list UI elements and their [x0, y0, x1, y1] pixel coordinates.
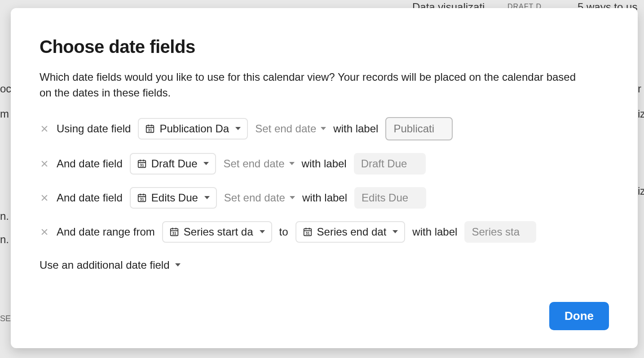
chevron-down-icon	[204, 196, 210, 199]
with-label-text: with label	[333, 122, 378, 135]
field-rows: Using date field 31 Publication Da Set e…	[40, 117, 609, 243]
bg-right-1: r	[638, 83, 644, 95]
field-row: And date field 31 Draft Due Set end date…	[40, 153, 609, 175]
label-input[interactable]	[464, 221, 536, 243]
svg-text:31: 31	[172, 231, 176, 235]
range-end-select[interactable]: 31 Series end dat	[296, 221, 406, 243]
modal-title: Choose date fields	[40, 37, 609, 57]
set-end-date-button[interactable]: Set end date	[223, 157, 294, 170]
calendar-icon: 31	[137, 193, 147, 203]
bg-left-3: n.	[0, 210, 11, 223]
svg-text:31: 31	[140, 197, 144, 201]
chevron-down-icon	[393, 230, 398, 233]
row-prefix: And date field	[57, 192, 123, 204]
svg-text:31: 31	[305, 231, 310, 235]
field-row: Using date field 31 Publication Da Set e…	[40, 117, 609, 140]
bg-left-4: n.	[0, 233, 11, 246]
svg-text:31: 31	[148, 128, 153, 132]
range-start-select[interactable]: 31 Series start da	[162, 221, 272, 243]
chevron-down-icon	[289, 162, 295, 165]
row-prefix: And date field	[57, 157, 123, 170]
calendar-icon: 31	[303, 227, 313, 237]
date-field-select[interactable]: 31 Draft Due	[130, 153, 216, 175]
range-row: And date range from 31 Series start da t…	[40, 221, 609, 243]
with-label-text: with label	[302, 192, 347, 204]
label-input[interactable]	[354, 187, 426, 209]
set-end-date-button[interactable]: Set end date	[224, 192, 295, 204]
row-prefix: And date range from	[57, 226, 155, 238]
remove-row-button[interactable]	[40, 193, 49, 203]
field-row: And date field 31 Edits Due Set end date…	[40, 187, 609, 209]
modal-description: Which date fields would you like to use …	[40, 70, 578, 101]
selected-field-label: Edits Due	[151, 192, 198, 204]
chevron-down-icon	[321, 127, 326, 130]
close-icon	[40, 194, 49, 202]
chevron-down-icon	[203, 162, 209, 165]
with-label-text: with label	[412, 226, 457, 238]
done-button[interactable]: Done	[549, 302, 609, 330]
label-input[interactable]	[354, 153, 426, 175]
date-fields-modal: Choose date fields Which date fields wou…	[11, 8, 638, 348]
remove-row-button[interactable]	[40, 159, 49, 169]
selected-field-label: Draft Due	[151, 157, 198, 170]
bg-left-1: oc	[0, 83, 11, 95]
bg-right-3: iz	[638, 185, 644, 197]
modal-footer: Done	[40, 302, 609, 330]
date-field-select[interactable]: 31 Publication Da	[138, 118, 248, 140]
bg-left-2: m	[0, 108, 11, 120]
selected-field-label: Series end dat	[317, 226, 387, 238]
chevron-down-icon	[175, 263, 181, 266]
bg-right-2: iz	[638, 108, 644, 120]
svg-text:31: 31	[140, 163, 144, 167]
calendar-icon: 31	[169, 227, 179, 237]
calendar-icon: 31	[137, 159, 147, 169]
chevron-down-icon	[290, 196, 295, 199]
label-input[interactable]	[385, 117, 453, 140]
row-prefix: Using date field	[57, 122, 131, 135]
to-label: to	[279, 226, 288, 238]
remove-row-button[interactable]	[40, 124, 49, 134]
selected-field-label: Publication Da	[159, 122, 229, 135]
chevron-down-icon	[260, 230, 265, 233]
close-icon	[40, 125, 49, 133]
close-icon	[40, 160, 49, 168]
selected-field-label: Series start da	[184, 226, 253, 238]
with-label-text: with label	[302, 157, 347, 170]
chevron-down-icon	[235, 127, 241, 130]
add-date-field-button[interactable]: Use an additional date field	[40, 259, 609, 271]
bg-left-5: SE	[0, 314, 11, 323]
calendar-icon: 31	[145, 124, 155, 134]
close-icon	[40, 228, 49, 236]
date-field-select[interactable]: 31 Edits Due	[130, 187, 217, 209]
set-end-date-button[interactable]: Set end date	[255, 122, 326, 135]
remove-row-button[interactable]	[40, 227, 49, 237]
